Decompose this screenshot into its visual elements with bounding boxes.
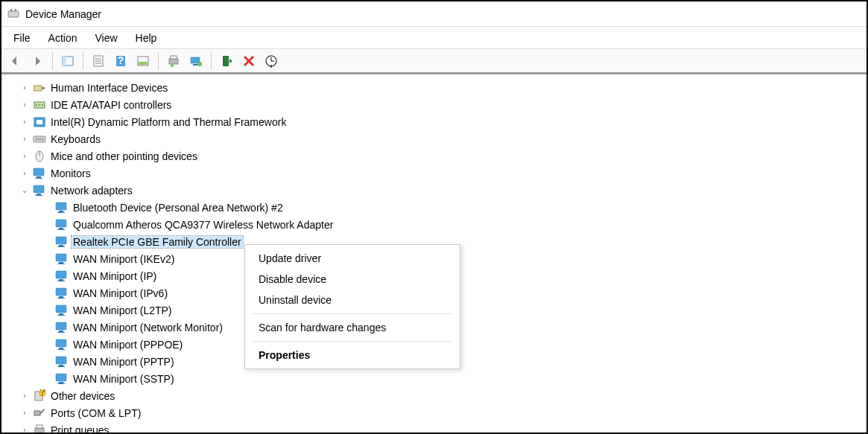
mouse-icon: [33, 150, 46, 163]
tree-category[interactable]: ›Mice and other pointing devices: [1, 147, 867, 165]
network-icon: [55, 338, 69, 351]
tree-device[interactable]: WAN Miniport (SSTP): [1, 370, 867, 387]
help-button[interactable]: ?: [110, 51, 131, 71]
expand-toggle[interactable]: ›: [19, 169, 30, 177]
category-label: Ports (COM & LPT): [49, 407, 142, 419]
menubar: File Action View Help: [1, 27, 867, 49]
device-label: WAN Miniport (PPPOE): [72, 339, 184, 351]
device-label: WAN Miniport (IP): [72, 270, 158, 282]
device-label: WAN Miniport (PPTP): [72, 356, 176, 368]
uninstall-device-button[interactable]: [238, 51, 259, 71]
back-button[interactable]: [4, 51, 25, 71]
expand-toggle[interactable]: ›: [19, 83, 30, 92]
network-icon: [33, 184, 46, 197]
expand-toggle[interactable]: ›: [19, 100, 30, 109]
device-manager-icon: [7, 8, 19, 20]
print-button[interactable]: [163, 51, 184, 71]
svg-text:?: ?: [118, 54, 124, 66]
svg-rect-2: [15, 9, 16, 11]
network-icon: [55, 201, 69, 214]
network-icon: [55, 218, 69, 232]
menu-help[interactable]: Help: [127, 29, 166, 47]
forward-button[interactable]: [27, 51, 48, 71]
hid-icon: [33, 81, 46, 95]
other-icon: [33, 389, 46, 403]
tree-device[interactable]: Qualcomm Atheros QCA9377 Wireless Networ…: [1, 216, 867, 233]
svg-rect-12: [139, 62, 148, 65]
titlebar: Device Manager: [1, 1, 867, 27]
category-label: Intel(R) Dynamic Platform and Thermal Fr…: [49, 116, 288, 128]
tree-category[interactable]: ⌄Network adapters: [1, 182, 867, 199]
context-menu-item[interactable]: Properties: [245, 345, 460, 366]
expand-toggle[interactable]: ›: [19, 392, 30, 400]
context-menu: Update driverDisable deviceUninstall dev…: [244, 244, 460, 369]
ports-icon: [33, 406, 46, 420]
context-menu-item[interactable]: Update driver: [245, 248, 460, 269]
action-center-button[interactable]: [133, 51, 153, 71]
category-label: Network adapters: [49, 185, 134, 197]
device-label: WAN Miniport (IKEv2): [72, 253, 176, 265]
tree-device[interactable]: Bluetooth Device (Personal Area Network)…: [1, 199, 867, 216]
device-label: WAN Miniport (L2TP): [72, 304, 174, 316]
svg-rect-14: [171, 56, 177, 59]
category-label: IDE ATA/ATAPI controllers: [49, 99, 173, 111]
ide-icon: [33, 98, 46, 112]
svg-rect-4: [63, 57, 66, 66]
tree-category[interactable]: ›Print queues: [1, 421, 867, 433]
menu-file[interactable]: File: [4, 29, 39, 47]
toolbar: ?: [1, 49, 867, 74]
show-hide-tree-button[interactable]: [57, 51, 78, 71]
expand-toggle[interactable]: ›: [19, 118, 30, 126]
expand-toggle[interactable]: ⌄: [19, 186, 30, 194]
tree-category[interactable]: ›Human Interface Devices: [1, 79, 867, 96]
tree-category[interactable]: ›Intel(R) Dynamic Platform and Thermal F…: [1, 113, 867, 130]
properties-button[interactable]: [88, 51, 109, 71]
enable-device-button[interactable]: [216, 51, 237, 71]
device-label: Bluetooth Device (Personal Area Network)…: [72, 202, 285, 214]
device-label: WAN Miniport (SSTP): [72, 373, 176, 385]
context-menu-separator: [253, 341, 452, 342]
svg-rect-19: [223, 56, 229, 66]
svg-point-18: [197, 62, 202, 66]
category-label: Mice and other pointing devices: [49, 150, 199, 162]
device-label: Qualcomm Atheros QCA9377 Wireless Networ…: [72, 219, 335, 231]
svg-rect-13: [169, 59, 178, 64]
scan-hardware-button[interactable]: [261, 51, 282, 71]
menu-action[interactable]: Action: [39, 29, 86, 47]
network-icon: [55, 269, 69, 283]
tree-category[interactable]: ›Other devices: [1, 387, 867, 404]
category-label: Keyboards: [49, 133, 102, 145]
network-icon: [55, 304, 69, 317]
window-title: Device Manager: [25, 8, 101, 20]
update-driver-button[interactable]: [186, 51, 206, 71]
menu-view[interactable]: View: [86, 29, 126, 47]
expand-toggle[interactable]: ›: [19, 152, 30, 160]
tree-category[interactable]: ›Keyboards: [1, 130, 867, 147]
expand-toggle[interactable]: ›: [19, 409, 30, 417]
keyboard-icon: [33, 133, 46, 146]
device-label: Realtek PCIe GBE Family Controller: [72, 236, 243, 248]
svg-point-15: [171, 64, 174, 67]
context-menu-item[interactable]: Scan for hardware changes: [245, 317, 460, 338]
device-label: WAN Miniport (Network Monitor): [72, 322, 224, 334]
toolbar-separator: [83, 52, 83, 70]
category-label: Human Interface Devices: [49, 82, 169, 94]
network-icon: [55, 235, 69, 249]
tree-category[interactable]: ›Ports (COM & LPT): [1, 404, 867, 421]
toolbar-separator: [211, 52, 212, 70]
category-label: Other devices: [49, 390, 116, 402]
context-menu-item[interactable]: Uninstall device: [245, 290, 460, 310]
network-icon: [55, 321, 69, 334]
svg-rect-1: [10, 9, 12, 11]
context-menu-item[interactable]: Disable device: [245, 269, 460, 290]
printqueue-icon: [33, 424, 46, 433]
monitor-icon: [33, 167, 46, 180]
expand-toggle[interactable]: ›: [19, 426, 30, 433]
tree-category[interactable]: ›Monitors: [1, 165, 867, 182]
platform-icon: [33, 115, 46, 129]
tree-category[interactable]: ›IDE ATA/ATAPI controllers: [1, 96, 867, 113]
category-label: Monitors: [49, 167, 92, 179]
context-menu-separator: [253, 313, 452, 314]
network-icon: [55, 372, 69, 386]
expand-toggle[interactable]: ›: [19, 135, 30, 143]
